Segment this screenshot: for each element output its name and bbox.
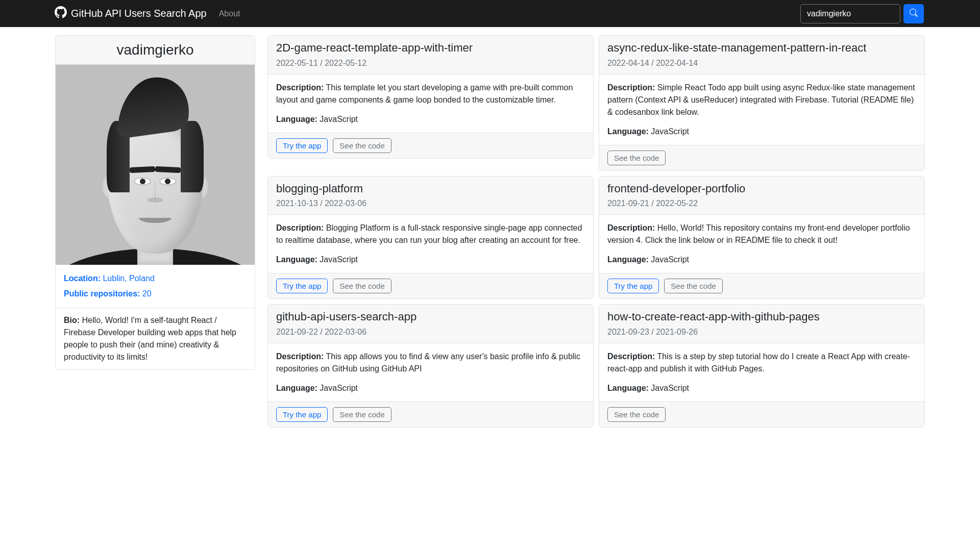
bio-label: Bio: bbox=[64, 316, 80, 324]
see-code-button[interactable]: See the code bbox=[333, 138, 391, 153]
repos-value: 20 bbox=[142, 289, 152, 298]
brand-link[interactable]: GitHub API Users Search App bbox=[55, 6, 207, 21]
language-value: JavaScript bbox=[317, 115, 358, 123]
user-info-list: Location: Lublin, Poland Public reposito… bbox=[56, 265, 255, 308]
try-app-button[interactable]: Try the app bbox=[276, 279, 328, 293]
repo-card: blogging-platform2021-10-13 / 2022-03-06… bbox=[267, 176, 594, 299]
location-link[interactable]: Location: Lublin, Poland bbox=[64, 274, 155, 283]
repo-grid: 2D-game-react-template-app-with-timer202… bbox=[267, 35, 925, 428]
repo-description: Description: This app allows you to find… bbox=[276, 350, 585, 375]
try-app-button[interactable]: Try the app bbox=[276, 407, 328, 422]
repo-title: blogging-platform bbox=[276, 182, 585, 196]
repo-language: Language: JavaScript bbox=[607, 126, 916, 138]
repo-description: Description: This is a step by step tuto… bbox=[607, 350, 916, 375]
github-icon bbox=[55, 6, 67, 21]
see-code-button[interactable]: See the code bbox=[607, 407, 666, 422]
try-app-button[interactable]: Try the app bbox=[607, 279, 659, 293]
navbar-left: GitHub API Users Search App About bbox=[55, 6, 240, 21]
language-label: Language: bbox=[607, 127, 649, 136]
description-label: Description: bbox=[607, 83, 655, 92]
repo-card-body: Description: This app allows you to find… bbox=[268, 343, 593, 402]
about-link[interactable]: About bbox=[219, 9, 240, 18]
repo-dates: 2021-09-21 / 2022-05-22 bbox=[607, 199, 916, 208]
description-label: Description: bbox=[607, 352, 655, 361]
bio-value: Hello, World! I'm a self-taught React / … bbox=[64, 316, 236, 361]
language-value: JavaScript bbox=[317, 255, 358, 264]
repo-dates: 2022-05-11 / 2022-05-12 bbox=[276, 59, 585, 68]
repo-title: async-redux-like-state-management-patter… bbox=[607, 41, 916, 56]
description-label: Description: bbox=[276, 352, 324, 361]
repo-description: Description: Simple React Todo app built… bbox=[607, 82, 916, 118]
repo-card-body: Description: Blogging Platform is a full… bbox=[268, 215, 593, 273]
repo-card-body: Description: This is a step by step tuto… bbox=[599, 343, 924, 402]
repo-language: Language: JavaScript bbox=[607, 382, 916, 394]
description-label: Description: bbox=[276, 223, 324, 232]
repo-dates: 2021-09-22 / 2022-03-06 bbox=[276, 328, 585, 337]
language-label: Language: bbox=[276, 255, 317, 264]
repo-dates: 2022-04-14 / 2022-04-14 bbox=[607, 59, 916, 68]
repo-card-header: blogging-platform2021-10-13 / 2022-03-06 bbox=[268, 177, 593, 215]
repo-language: Language: JavaScript bbox=[276, 254, 585, 266]
try-app-button[interactable]: Try the app bbox=[276, 138, 328, 153]
language-value: JavaScript bbox=[649, 127, 689, 136]
repo-description: Description: Blogging Platform is a full… bbox=[276, 222, 585, 246]
repo-card-footer: Try the appSee the code bbox=[268, 133, 593, 158]
repo-title: how-to-create-react-app-with-github-page… bbox=[607, 310, 916, 324]
language-value: JavaScript bbox=[649, 255, 689, 264]
see-code-button[interactable]: See the code bbox=[333, 407, 391, 422]
user-bio: Bio: Hello, World! I'm a self-taught Rea… bbox=[56, 308, 255, 369]
repo-card-footer: See the code bbox=[599, 402, 924, 427]
language-value: JavaScript bbox=[317, 384, 358, 392]
repo-title: 2D-game-react-template-app-with-timer bbox=[276, 41, 585, 56]
language-label: Language: bbox=[607, 384, 649, 392]
repo-dates: 2021-09-23 / 2021-09-26 bbox=[607, 328, 916, 337]
repo-title: github-api-users-search-app bbox=[276, 310, 585, 324]
user-card: vadimgierko Lo bbox=[55, 35, 255, 370]
language-value: JavaScript bbox=[649, 384, 689, 392]
repo-language: Language: JavaScript bbox=[276, 382, 585, 394]
main-container: vadimgierko Lo bbox=[0, 27, 980, 428]
repo-card-footer: See the code bbox=[599, 145, 924, 170]
search-icon bbox=[910, 9, 918, 18]
repo-language: Language: JavaScript bbox=[607, 254, 916, 266]
language-label: Language: bbox=[276, 115, 317, 123]
avatar-wrap bbox=[56, 65, 255, 265]
search-input[interactable] bbox=[800, 4, 900, 23]
repo-card-body: Description: This template let you start… bbox=[268, 74, 593, 133]
repo-card-header: frontend-developer-portfolio2021-09-21 /… bbox=[599, 177, 924, 215]
repo-card-body: Description: Simple React Todo app built… bbox=[599, 74, 924, 145]
see-code-button[interactable]: See the code bbox=[333, 279, 391, 293]
repo-card-body: Description: Hello, World! This reposito… bbox=[599, 215, 924, 273]
description-label: Description: bbox=[276, 83, 324, 92]
repo-card-header: async-redux-like-state-management-patter… bbox=[599, 36, 924, 74]
see-code-button[interactable]: See the code bbox=[664, 279, 722, 293]
search-button[interactable] bbox=[903, 4, 924, 23]
repo-card-header: github-api-users-search-app2021-09-22 / … bbox=[268, 305, 593, 343]
repo-card: github-api-users-search-app2021-09-22 / … bbox=[267, 304, 594, 428]
see-code-button[interactable]: See the code bbox=[607, 151, 666, 165]
repo-card-header: how-to-create-react-app-with-github-page… bbox=[599, 305, 924, 343]
user-card-header: vadimgierko bbox=[56, 36, 255, 65]
description-label: Description: bbox=[607, 223, 655, 232]
brand-text: GitHub API Users Search App bbox=[71, 8, 207, 19]
avatar bbox=[56, 65, 255, 265]
repo-card-footer: Try the appSee the code bbox=[599, 273, 924, 298]
repo-title: frontend-developer-portfolio bbox=[607, 182, 916, 196]
location-label: Location: bbox=[64, 274, 101, 283]
repo-dates: 2021-10-13 / 2022-03-06 bbox=[276, 199, 585, 208]
repo-card: 2D-game-react-template-app-with-timer202… bbox=[267, 35, 594, 159]
repo-description: Description: This template let you start… bbox=[276, 82, 585, 106]
repos-label: Public repositories: bbox=[64, 289, 140, 298]
repo-language: Language: JavaScript bbox=[276, 113, 585, 126]
repo-card-header: 2D-game-react-template-app-with-timer202… bbox=[268, 36, 593, 74]
navbar: GitHub API Users Search App About bbox=[0, 0, 980, 27]
user-login: vadimgierko bbox=[64, 42, 247, 58]
repo-card-footer: Try the appSee the code bbox=[268, 273, 593, 298]
repo-description: Description: Hello, World! This reposito… bbox=[607, 222, 916, 246]
repos-link[interactable]: Public repositories: 20 bbox=[64, 289, 152, 298]
language-label: Language: bbox=[607, 255, 649, 264]
repo-card: frontend-developer-portfolio2021-09-21 /… bbox=[599, 176, 925, 299]
location-value: Lublin, Poland bbox=[103, 274, 154, 283]
navbar-right bbox=[800, 4, 924, 23]
repo-card: how-to-create-react-app-with-github-page… bbox=[599, 304, 925, 428]
